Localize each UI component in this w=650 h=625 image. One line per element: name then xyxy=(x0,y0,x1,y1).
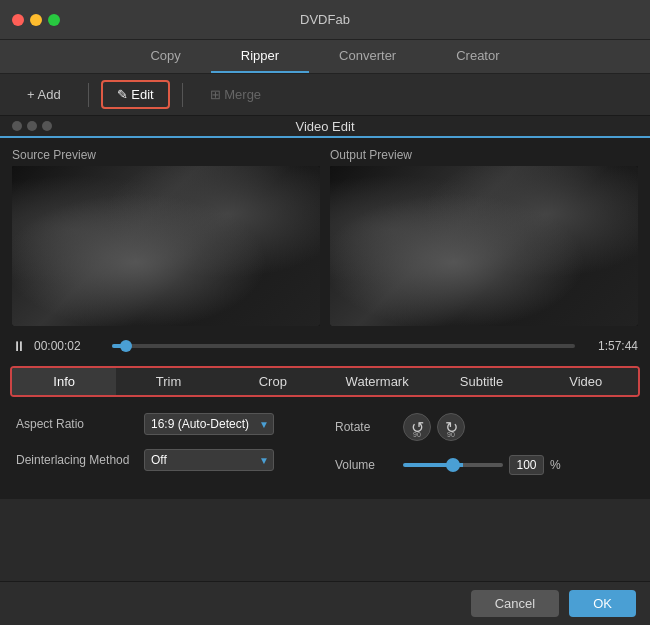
aspect-ratio-label: Aspect Ratio xyxy=(16,417,136,431)
title-bar: DVDFab xyxy=(0,0,650,40)
app-title: DVDFab xyxy=(300,12,350,27)
output-preview-panel: Output Preview xyxy=(330,148,638,326)
volume-slider-wrap: 100 % xyxy=(403,455,561,475)
timeline-track[interactable] xyxy=(112,344,575,348)
rotate-label: Rotate xyxy=(335,420,395,434)
merge-button: ⊞ Merge xyxy=(195,81,276,108)
pause-button[interactable]: ⏸ xyxy=(12,338,26,354)
window-controls xyxy=(12,14,60,26)
nav-tabs: Copy Ripper Converter Creator xyxy=(0,40,650,74)
tab-creator[interactable]: Creator xyxy=(426,40,529,73)
footer: Cancel OK xyxy=(0,581,650,625)
sub-window-title: Video Edit xyxy=(295,119,354,134)
edit-button[interactable]: ✎ Edit xyxy=(101,80,170,109)
edit-tab-video[interactable]: Video xyxy=(534,368,638,395)
sub-dot-3 xyxy=(42,121,52,131)
sub-header-dots xyxy=(12,121,52,131)
volume-pct: % xyxy=(550,458,561,472)
volume-slider[interactable] xyxy=(403,463,503,467)
settings-area: Aspect Ratio 16:9 (Auto-Detect) 4:3 1:1 … xyxy=(0,403,650,499)
minimize-button[interactable] xyxy=(30,14,42,26)
cancel-button[interactable]: Cancel xyxy=(471,590,559,617)
tab-copy[interactable]: Copy xyxy=(120,40,210,73)
output-preview-video xyxy=(330,166,638,326)
sub-header: Video Edit xyxy=(0,116,650,138)
toolbar-separator xyxy=(88,83,89,107)
maximize-button[interactable] xyxy=(48,14,60,26)
deinterlacing-label: Deinterlacing Method xyxy=(16,453,136,467)
source-preview-label: Source Preview xyxy=(12,148,320,162)
edit-tab-info[interactable]: Info xyxy=(12,368,116,395)
edit-tab-crop[interactable]: Crop xyxy=(221,368,325,395)
add-button[interactable]: + Add xyxy=(12,81,76,108)
sub-dot-1 xyxy=(12,121,22,131)
rotate-buttons: ↺ 90 ↻ 90 xyxy=(403,413,465,441)
edit-tabs: Info Trim Crop Watermark Subtitle Video xyxy=(10,366,640,397)
settings-left: Aspect Ratio 16:9 (Auto-Detect) 4:3 1:1 … xyxy=(16,413,315,489)
aspect-ratio-select[interactable]: 16:9 (Auto-Detect) 4:3 1:1 xyxy=(144,413,274,435)
deinterlacing-select-wrapper: Off On ▼ xyxy=(144,449,274,471)
rotate-ccw-button[interactable]: ↺ 90 xyxy=(403,413,431,441)
preview-area: Source Preview Output Preview xyxy=(0,138,650,334)
deinterlacing-select[interactable]: Off On xyxy=(144,449,274,471)
source-preview-video xyxy=(12,166,320,326)
toolbar: + Add ✎ Edit ⊞ Merge xyxy=(0,74,650,116)
output-preview-label: Output Preview xyxy=(330,148,638,162)
source-video-content xyxy=(12,166,320,326)
aspect-ratio-row: Aspect Ratio 16:9 (Auto-Detect) 4:3 1:1 … xyxy=(16,413,315,435)
deinterlacing-row: Deinterlacing Method Off On ▼ xyxy=(16,449,315,471)
close-button[interactable] xyxy=(12,14,24,26)
total-time: 1:57:44 xyxy=(583,339,638,353)
sub-dot-2 xyxy=(27,121,37,131)
source-preview-panel: Source Preview xyxy=(12,148,320,326)
volume-row: Volume 100 % xyxy=(335,455,634,475)
rotate-cw-deg: 90 xyxy=(447,431,455,438)
tab-ripper[interactable]: Ripper xyxy=(211,40,309,73)
edit-tab-watermark[interactable]: Watermark xyxy=(325,368,429,395)
timeline-area: ⏸ 00:00:02 1:57:44 xyxy=(0,334,650,360)
ok-button[interactable]: OK xyxy=(569,590,636,617)
rotate-cw-button[interactable]: ↻ 90 xyxy=(437,413,465,441)
volume-label: Volume xyxy=(335,458,395,472)
aspect-ratio-select-wrapper: 16:9 (Auto-Detect) 4:3 1:1 ▼ xyxy=(144,413,274,435)
edit-tabs-container: Info Trim Crop Watermark Subtitle Video xyxy=(0,360,650,403)
toolbar-separator-2 xyxy=(182,83,183,107)
tab-converter[interactable]: Converter xyxy=(309,40,426,73)
timeline-thumb[interactable] xyxy=(120,340,132,352)
current-time: 00:00:02 xyxy=(34,339,104,353)
output-video-content xyxy=(330,166,638,326)
rotate-row: Rotate ↺ 90 ↻ 90 xyxy=(335,413,634,441)
edit-tab-subtitle[interactable]: Subtitle xyxy=(429,368,533,395)
volume-value: 100 xyxy=(509,455,544,475)
edit-tab-trim[interactable]: Trim xyxy=(116,368,220,395)
rotate-ccw-deg: 90 xyxy=(413,431,421,438)
settings-right: Rotate ↺ 90 ↻ 90 Volume xyxy=(335,413,634,489)
